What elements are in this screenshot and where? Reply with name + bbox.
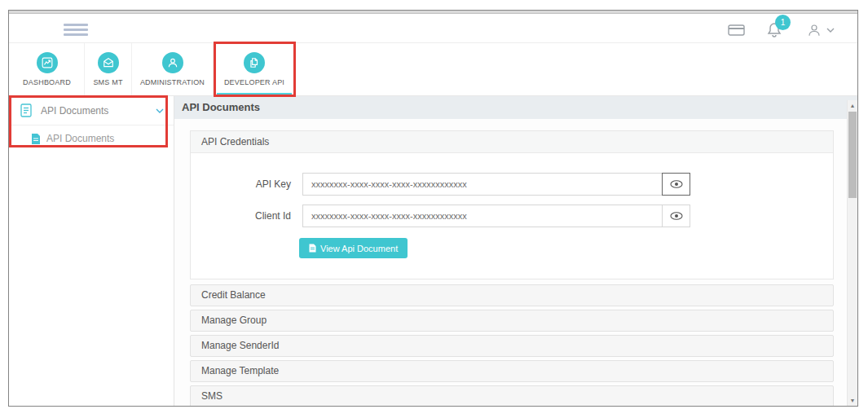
nav-label: SMS MT bbox=[93, 78, 122, 86]
user-icon[interactable] bbox=[807, 23, 822, 37]
client-id-label: Client Id bbox=[191, 210, 291, 222]
panel-manage-template[interactable]: Manage Template bbox=[190, 360, 834, 382]
sidebar-subitem-label: API Documents bbox=[46, 133, 114, 144]
nav-item-administration[interactable]: ADMINISTRATION bbox=[132, 43, 214, 95]
nav-label: ADMINISTRATION bbox=[140, 78, 205, 86]
envelope-icon bbox=[98, 52, 119, 73]
api-credentials-panel: API Credentials API Key Client Id bbox=[190, 130, 834, 279]
nav-item-dashboard[interactable]: DASHBOARD bbox=[10, 43, 85, 95]
nav-label: DASHBOARD bbox=[23, 78, 71, 86]
document-outline-icon bbox=[20, 103, 32, 117]
notification-badge[interactable]: 1 bbox=[775, 15, 791, 30]
eye-icon[interactable] bbox=[662, 205, 690, 227]
hamburger-icon[interactable] bbox=[64, 24, 88, 37]
view-api-document-label: View Api Document bbox=[320, 244, 398, 253]
api-credentials-header[interactable]: API Credentials bbox=[191, 131, 833, 153]
sidebar: API Documents API Documents bbox=[9, 96, 174, 406]
app-window: 1 DASHBOARD bbox=[8, 10, 858, 407]
document-icon bbox=[309, 244, 316, 253]
scroll-down-arrow[interactable]: ▼ bbox=[848, 398, 857, 403]
main-content: API Documents API Credentials API Key C bbox=[174, 96, 857, 406]
api-credentials-body: API Key Client Id bbox=[191, 153, 833, 279]
api-key-label: API Key bbox=[191, 178, 291, 190]
nav-item-developer-api[interactable]: DEVELOPER API bbox=[214, 43, 296, 95]
sidebar-item-api-documents[interactable]: API Documents bbox=[9, 96, 174, 125]
sidebar-item-label: API Documents bbox=[41, 105, 156, 117]
window-top-strip bbox=[9, 11, 857, 14]
documents-icon bbox=[244, 52, 265, 73]
api-key-input[interactable] bbox=[302, 173, 662, 196]
active-tab-underline bbox=[217, 93, 292, 95]
nav-item-sms-mt[interactable]: SMS MT bbox=[85, 43, 132, 95]
vertical-scrollbar[interactable]: ▲ ▼ bbox=[847, 100, 857, 406]
card-icon[interactable] bbox=[728, 24, 745, 36]
topbar: 1 bbox=[9, 15, 857, 43]
sidebar-subitem-api-documents[interactable]: API Documents bbox=[9, 125, 174, 152]
scroll-up-arrow[interactable]: ▲ bbox=[848, 103, 857, 108]
document-filled-icon bbox=[31, 133, 41, 145]
eye-icon[interactable] bbox=[662, 173, 690, 196]
panel-sms[interactable]: SMS bbox=[190, 385, 834, 407]
chevron-down-icon[interactable] bbox=[826, 28, 835, 33]
client-id-group bbox=[302, 205, 690, 227]
module-nav: DASHBOARD SMS MT ADMINISTRATION bbox=[9, 43, 857, 96]
page-title: API Documents bbox=[174, 96, 857, 119]
panel-manage-group[interactable]: Manage Group bbox=[190, 310, 834, 332]
user-icon bbox=[162, 52, 183, 73]
nav-label: DEVELOPER API bbox=[224, 78, 284, 86]
panel-credit-balance[interactable]: Credit Balance bbox=[190, 284, 834, 306]
chevron-down-icon[interactable] bbox=[156, 108, 164, 113]
client-id-input[interactable] bbox=[302, 205, 662, 227]
scrollbar-thumb[interactable] bbox=[848, 112, 857, 198]
view-api-document-button[interactable]: View Api Document bbox=[299, 238, 408, 258]
panel-manage-senderid[interactable]: Manage SenderId bbox=[190, 335, 834, 357]
api-key-group bbox=[302, 173, 690, 196]
line-chart-icon bbox=[37, 52, 58, 73]
